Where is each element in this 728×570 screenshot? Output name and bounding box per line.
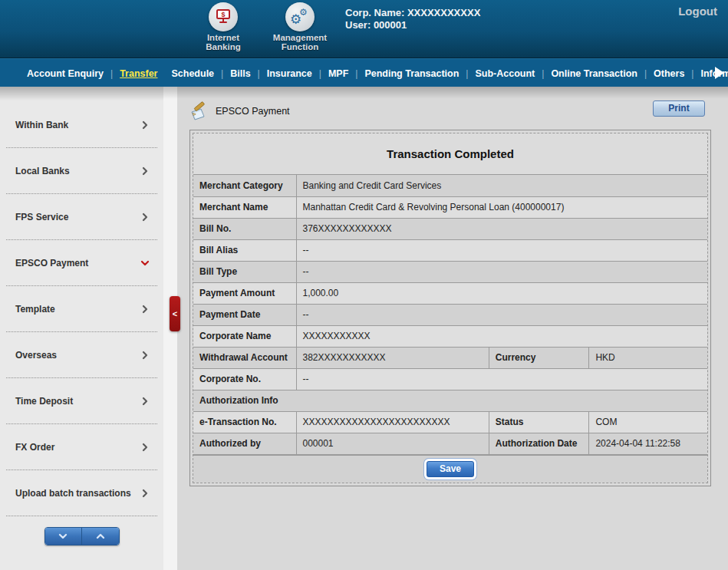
field-label: Payment Amount [193, 282, 296, 304]
table-row: Merchant CategoryBanking and Credit Card… [193, 175, 707, 196]
arrow-right-icon[interactable] [711, 65, 726, 81]
sidebar-item-local-banks[interactable]: Local Banks [6, 148, 157, 194]
chevron-down-icon [58, 532, 68, 541]
field-label: Corporate No. [193, 368, 296, 390]
nav-item-others[interactable]: Others [647, 68, 691, 79]
sidebar-item-within-bank[interactable]: Within Bank [6, 102, 157, 148]
chevron-right-icon [140, 166, 150, 176]
chevron-right-icon [140, 305, 150, 314]
scroll-up-button[interactable] [82, 528, 119, 545]
field-label: e-Transaction No. [193, 411, 296, 433]
sidebar-item-fps-service[interactable]: FPS Service [6, 194, 157, 240]
nav-item-mpf[interactable]: MPF [321, 68, 355, 79]
scroll-down-button[interactable] [45, 528, 82, 545]
main-panel: EPSCO Payment Print Transaction Complete… [177, 87, 728, 570]
nav-item-transfer[interactable]: Transfer [113, 68, 164, 79]
note-pencil-icon [189, 101, 209, 121]
table-row: Corporate NameXXXXXXXXXXX [193, 325, 707, 347]
field-value: 1,000.00 [296, 282, 707, 304]
field-value: -- [296, 261, 707, 282]
svg-text:$: $ [221, 11, 225, 18]
sidebar-item-label: FX Order [15, 442, 54, 453]
field-label: Bill Alias [193, 239, 296, 261]
nav-item-insurance[interactable]: Insurance [260, 68, 319, 79]
table-row: Withdrawal Account382XXXXXXXXXXXCurrency… [193, 347, 707, 368]
field-label: Merchant Category [193, 175, 296, 196]
sidebar-item-upload-batch-transactions[interactable]: Upload batch transactions [6, 470, 157, 516]
epsco-payment-page: $ Internet Banking ⚙ ⚙ [0, 0, 728, 570]
transaction-details-table: Merchant CategoryBanking and Credit Card… [193, 175, 707, 455]
sidebar-item-label: Upload batch transactions [15, 488, 131, 499]
page-title: EPSCO Payment [216, 106, 290, 117]
table-row: Bill Type-- [193, 261, 707, 282]
nav-item-account-enquiry[interactable]: Account Enquiry [20, 68, 110, 79]
management-function-app[interactable]: ⚙ ⚙ Management Function [272, 2, 328, 51]
nav-item-sub-account[interactable]: Sub-Account [468, 68, 542, 79]
field-label: Payment Date [193, 304, 296, 325]
field-value: Manhattan Credit Card & Revolving Person… [296, 196, 707, 218]
field-label: Currency [489, 347, 589, 368]
nav-item-pending-transaction[interactable]: Pending Transaction [357, 68, 466, 79]
chevron-right-icon [140, 489, 150, 498]
section-header: Authorization Info [193, 390, 707, 411]
sidebar-item-fx-order[interactable]: FX Order [6, 424, 157, 470]
sidebar-item-label: FPS Service [15, 212, 68, 222]
chevron-right-icon [140, 351, 150, 360]
sidebar-item-time-deposit[interactable]: Time Deposit [6, 378, 157, 424]
field-value: Banking and Credit Card Services [296, 175, 707, 196]
field-label: Corporate Name [193, 325, 296, 347]
sidebar-pager [44, 527, 120, 545]
transaction-table-wrapper: Transaction Completed Merchant CategoryB… [189, 130, 711, 486]
sidebar-item-template[interactable]: Template [6, 286, 157, 332]
table-row: Merchant NameManhattan Credit Card & Rev… [193, 196, 707, 218]
table-row: e-Transaction No.XXXXXXXXXXXXXXXXXXXXXXX… [193, 411, 707, 433]
save-button[interactable]: Save [427, 461, 474, 477]
sidebar-item-overseas[interactable]: Overseas [6, 332, 157, 378]
logout-button[interactable]: Logout [678, 5, 717, 18]
field-label: Status [489, 411, 589, 433]
internet-banking-icon: $ [209, 2, 238, 31]
chevron-right-icon [140, 443, 150, 452]
chevron-up-icon [96, 532, 105, 541]
sidebar-item-label: Time Deposit [15, 396, 73, 407]
sidebar-item-epsco-payment[interactable]: EPSCO Payment [6, 240, 157, 286]
field-label: Authorized by [193, 433, 296, 454]
field-value: -- [296, 239, 707, 261]
sidebar-item-label: Local Banks [15, 166, 70, 176]
transaction-table-inner: Transaction Completed Merchant CategoryB… [193, 133, 708, 483]
field-value: 376XXXXXXXXXXXX [296, 218, 707, 239]
nav-item-online-transaction[interactable]: Online Transaction [544, 68, 644, 79]
field-value: 2024-04-04 11:22:58 [589, 433, 707, 454]
chevron-down-icon [140, 259, 150, 268]
internet-banking-app[interactable]: $ Internet Banking [196, 2, 251, 51]
nav-item-bills[interactable]: Bills [223, 68, 257, 79]
sidebar-collapse-tab[interactable]: < [170, 296, 180, 331]
app-header: $ Internet Banking ⚙ ⚙ [0, 0, 728, 58]
field-label: Authorization Date [489, 433, 589, 454]
field-value: XXXXXXXXXXXXXXXXXXXXXXXX [296, 411, 489, 433]
table-row: Authorization Info [193, 390, 707, 411]
main-nav: Account Enquiry|TransferSchedule|Bills|I… [0, 58, 728, 87]
corp-name-line: Corp. Name: XXXXXXXXXXX [345, 7, 480, 19]
field-value: HKD [589, 347, 707, 368]
print-button[interactable]: Print [653, 100, 705, 117]
save-button-row: Save [193, 455, 707, 483]
field-label: Bill No. [193, 218, 296, 239]
sidebar-item-label: Template [15, 304, 55, 315]
internet-banking-label: Internet Banking [196, 33, 251, 51]
table-row: Bill Alias-- [193, 239, 707, 261]
chevron-right-icon [140, 120, 150, 130]
chevron-right-icon [140, 213, 150, 222]
nav-item-schedule[interactable]: Schedule [164, 68, 221, 79]
field-label: Withdrawal Account [193, 347, 296, 368]
session-info: Corp. Name: XXXXXXXXXXX User: 000001 [345, 7, 480, 31]
field-value: XXXXXXXXXXX [296, 325, 707, 347]
content-area: Within BankLocal BanksFPS ServiceEPSCO P… [0, 87, 728, 570]
table-row: Authorized by000001Authorization Date202… [193, 433, 707, 454]
field-value: -- [296, 304, 707, 325]
page-title-row: EPSCO Payment Print [189, 100, 711, 122]
field-value: 382XXXXXXXXXXX [296, 347, 489, 368]
header-app-switcher: $ Internet Banking ⚙ ⚙ [196, 2, 328, 51]
field-value: 000001 [296, 433, 489, 454]
user-line: User: 000001 [345, 19, 480, 31]
